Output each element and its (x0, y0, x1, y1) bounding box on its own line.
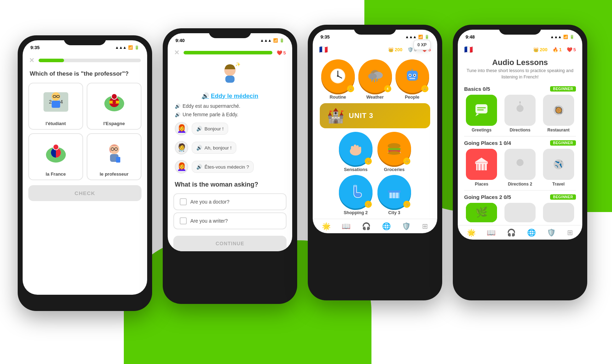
shopping2-label: Shopping 2 (343, 210, 368, 215)
continue-button[interactable]: CONTINUE (173, 236, 287, 251)
dialogue-close-button[interactable]: ✕ (174, 49, 179, 57)
restaurant-card-img: 🥘 (543, 95, 574, 126)
nav-book-3[interactable]: 📖 (342, 222, 351, 230)
audio-icon-char[interactable]: 🔊 (202, 92, 209, 100)
groceries-crown-badge: 👑 (403, 158, 410, 165)
signal-icon-2: ▲▲▲ (260, 38, 272, 42)
status-icons-1: ▲▲▲ 📶 🔋 (115, 45, 139, 50)
svg-rect-45 (351, 146, 354, 152)
status-icons-3: ▲▲▲ 📶 🔋 (405, 35, 429, 39)
check-button[interactable]: CHECK (28, 185, 142, 201)
audio-card-travel[interactable]: ✈️ Travel (541, 149, 576, 187)
svg-rect-23 (225, 76, 235, 83)
nav-grid-3[interactable]: ⊞ (422, 222, 428, 230)
answer-checkbox-2[interactable] (180, 217, 187, 224)
phone-3-inner: 9:35 ▲▲▲ 📶 🔋 🇫🇷 👑 200 🛡️ 0 (313, 30, 437, 233)
greetings-card-img (466, 95, 497, 126)
status-icons-2: ▲▲▲ 📶 🔋 (260, 38, 284, 43)
nav-globe-3[interactable]: 🌐 (382, 222, 391, 230)
status-time-3: 9:35 (321, 34, 330, 40)
lesson-weather[interactable]: 4 Weather (358, 59, 392, 100)
section-title-basics: Basics 0/5 (464, 86, 490, 92)
going2-card-2-img (504, 203, 536, 222)
notch-3 (354, 25, 396, 35)
svg-rect-46 (354, 145, 356, 152)
lesson-sensations[interactable]: 👑 Sensations (339, 132, 373, 172)
lesson-groceries[interactable]: 👑 Groceries (377, 132, 411, 172)
svg-rect-71 (477, 164, 479, 170)
speech-avatar-2: 🧑‍⚕️ (175, 141, 188, 154)
audio-card-directions[interactable]: Directions (503, 95, 538, 133)
svg-rect-72 (480, 164, 482, 170)
nav-globe-4[interactable]: 🌐 (527, 228, 536, 237)
scores-row-4: 👑 200 🔥 1 ❤️ 5 (476, 47, 576, 52)
notch-2 (209, 28, 251, 38)
nav-home-4[interactable]: 🌟 (467, 228, 476, 237)
svg-rect-50 (388, 148, 400, 150)
answer-checkbox-1[interactable] (180, 198, 187, 205)
answer-option-2[interactable]: Are you a writer? (173, 212, 287, 229)
close-button[interactable]: ✕ (29, 57, 34, 64)
heart-score-4: ❤️ 5 (567, 47, 576, 52)
lesson-shopping2[interactable]: 👑 Shopping 2 (339, 175, 373, 215)
nav-headphones-3[interactable]: 🎧 (362, 222, 371, 230)
bubble-audio-2[interactable]: 🔊 (196, 145, 202, 151)
quiz-option-3[interactable]: la France (28, 133, 83, 180)
svg-rect-59 (396, 193, 398, 198)
bubble-audio-3[interactable]: 🔊 (196, 164, 202, 170)
flag-icon-4: 🇫🇷 (464, 45, 473, 54)
audio-card-restaurant[interactable]: 🥘 Restaurant (541, 95, 576, 133)
battery-icon-3: 🔋 (425, 35, 429, 39)
nav-shield-4[interactable]: 🛡️ (547, 228, 556, 237)
directions-label: Directions (510, 128, 531, 133)
phone-quiz: 9:35 ▲▲▲ 📶 🔋 ✕ Which of these is "the pr… (18, 35, 152, 311)
notch-4 (499, 25, 541, 35)
quiz-option-4[interactable]: le professeur (87, 133, 142, 180)
audio-card-directions2[interactable]: Directions 2 (503, 149, 538, 187)
nav-book-4[interactable]: 📖 (487, 228, 496, 237)
status-time-4: 9:48 (466, 34, 475, 40)
wifi-icon: 📶 (128, 45, 133, 50)
quiz-option-img-2 (90, 87, 138, 119)
character-name: 🔊 Eddy le médecin (202, 92, 258, 100)
speech-row-2: 🧑‍⚕️ 🔊 Ah, bonjour ! (168, 139, 292, 156)
status-time-2: 9:40 (175, 38, 185, 43)
quiz-option-1[interactable]: 2+2=4 l'étudiant (28, 83, 83, 130)
nav-grid-4[interactable]: ⊞ (567, 228, 573, 237)
speech-row-1: 👩‍🦰 🔊 Bonjour ! (168, 120, 292, 137)
nav-headphones-4[interactable]: 🎧 (507, 228, 516, 237)
audio-card-going2-1[interactable]: 🌿 (464, 203, 499, 222)
audio-lessons-title: Audio Lessons (458, 57, 582, 68)
quiz-option-img-3 (32, 137, 80, 169)
audio-card-going2-2[interactable] (503, 203, 538, 222)
svg-rect-41 (409, 78, 415, 79)
travel-label: Travel (552, 182, 565, 187)
status-time-1: 9:35 (30, 45, 40, 50)
quiz-option-2[interactable]: l'Espagne (87, 83, 142, 130)
audio-card-going2-3[interactable] (541, 203, 576, 222)
audio-line-icon-1[interactable]: 🔊 (175, 104, 180, 109)
audio-line-icon-2[interactable]: 🔊 (175, 112, 180, 117)
bubble-audio-1[interactable]: 🔊 (196, 126, 202, 131)
signal-icon-3: ▲▲▲ (405, 35, 417, 39)
nav-home-3[interactable]: 🌟 (322, 222, 331, 230)
lesson-routine[interactable]: 👑 Routine (321, 59, 355, 100)
battery-icon-2: 🔋 (279, 38, 284, 43)
quiz-option-label-1: l'étudiant (32, 121, 80, 126)
audio-lessons-row-going2: 🌿 (458, 201, 582, 225)
heart-count: ❤️ 5 (277, 50, 286, 55)
svg-rect-3 (52, 101, 60, 108)
unit-text: UNIT 3 (349, 112, 373, 120)
nav-shield-3[interactable]: 🛡️ (402, 222, 411, 230)
crown-icon-3: 👑 (388, 47, 394, 52)
quiz-option-img-1: 2+2=4 (32, 87, 80, 119)
unit-banner[interactable]: 🏰 UNIT 3 (320, 103, 430, 128)
character-avatar: ✨ (218, 61, 242, 91)
battery-icon-4: 🔋 (570, 35, 575, 39)
audio-card-greetings[interactable]: Greetings (464, 95, 499, 133)
lesson-city3[interactable]: 👑 City 3 (377, 175, 411, 215)
lesson-people[interactable]: 👑 People (396, 59, 429, 100)
answer-option-1[interactable]: Are you a doctor? (173, 193, 287, 210)
audio-card-places[interactable]: Places (464, 149, 499, 187)
progress-bar-container (39, 59, 141, 62)
